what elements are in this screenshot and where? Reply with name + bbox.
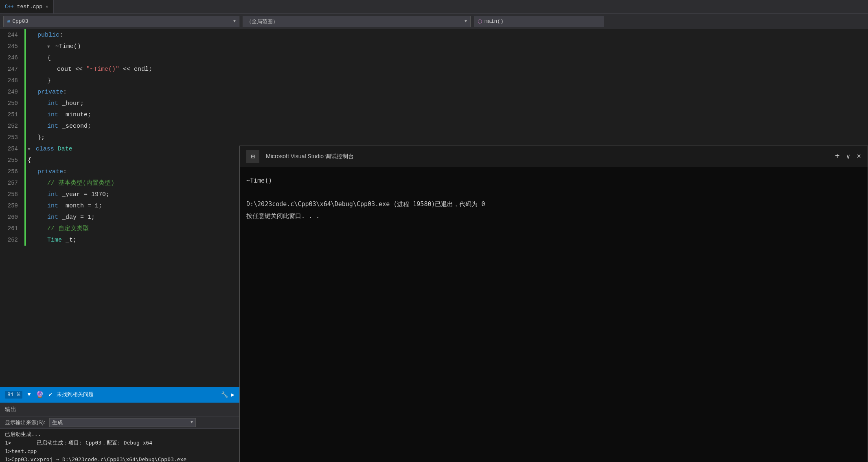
console-app-icon: ⊞ — [246, 150, 259, 163]
output-source-arrow: ▼ — [191, 420, 193, 425]
status-right: 🔧 ▶ — [221, 391, 235, 398]
code-line-261: 261 // 自定义类型 — [0, 223, 239, 234]
line-num-245: 245 — [0, 41, 24, 52]
green-bar-252 — [24, 120, 26, 132]
zoom-level[interactable]: 81 % — [5, 391, 22, 399]
code-line-246: 246 { — [0, 52, 239, 63]
collapse-245[interactable]: ▼ — [47, 44, 50, 49]
output-content: 已启动生成... 1>------- 已启动生成：项目: Cpp03，配置: D… — [0, 429, 239, 462]
code-content-255: { — [28, 155, 31, 166]
output-line-3: 1>test.cpp — [5, 447, 235, 456]
tab-close-button[interactable]: × — [46, 4, 48, 9]
code-content-244: public: — [37, 30, 63, 41]
line-num-244: 244 — [0, 29, 24, 41]
code-line-259: 259 int _month = 1; — [0, 200, 239, 211]
scope-select-value: （全局范围） — [246, 18, 278, 25]
output-title: 输出 — [5, 406, 16, 413]
green-bar-248 — [24, 75, 26, 86]
console-line-4: 按任意键关闭此窗口. . . — [246, 211, 861, 222]
scope-dropdown-arrow: ▼ — [465, 19, 467, 24]
line-num-250: 250 — [0, 98, 24, 109]
console-window: ⊞ Microsoft Visual Studio 调试控制台 + ∨ × ~T… — [239, 146, 868, 462]
green-bar-262 — [24, 234, 26, 246]
green-bar-250 — [24, 98, 26, 109]
chevron-right-icon: ▶ — [231, 391, 235, 398]
output-source-select[interactable]: 生成 ▼ — [49, 418, 196, 427]
code-content-261: // 自定义类型 — [47, 223, 89, 235]
green-bar-245 — [24, 41, 26, 52]
output-header: 输出 — [0, 403, 239, 416]
tab-test-cpp[interactable]: C++ test.cpp × — [0, 0, 54, 13]
console-close-button[interactable]: × — [857, 153, 861, 161]
code-line-252: 252 int _second; — [0, 120, 239, 132]
console-content: ~Time() D:\2023code.c\Cpp03\x64\Debug\Cp… — [240, 167, 868, 231]
intellisense-icon: 🔮 — [36, 390, 44, 399]
line-num-261: 261 — [0, 223, 24, 234]
green-bar-260 — [24, 211, 26, 223]
project-select-value: Cpp03 — [12, 18, 28, 24]
editor-area: 244 public: 245 ▼ ~Time() 246 { 247 — [0, 29, 868, 265]
green-bar-258 — [24, 189, 26, 200]
code-content-256: private: — [37, 166, 67, 178]
code-line-251: 251 int _minute; — [0, 109, 239, 120]
code-line-249: 249 private: — [0, 86, 239, 98]
code-content-253: }; — [37, 132, 45, 144]
line-num-252: 252 — [0, 120, 24, 132]
output-filter-row: 显示输出来源(S): 生成 ▼ — [0, 416, 239, 429]
code-line-247: 247 cout << "~Time()" << endl; — [0, 63, 239, 75]
scope-select[interactable]: （全局范围） ▼ — [243, 16, 471, 27]
line-num-251: 251 — [0, 109, 24, 120]
code-line-254: 254 ▼ class Date — [0, 143, 239, 155]
green-bar-254 — [24, 143, 26, 155]
check-icon: ✔ — [49, 391, 52, 398]
code-line-256: 256 private: — [0, 166, 239, 177]
green-bar-244 — [24, 29, 26, 41]
console-line-3: D:\2023code.c\Cpp03\x64\Debug\Cpp03.exe … — [246, 199, 861, 210]
green-bar-255 — [24, 155, 26, 166]
line-num-254: 254 — [0, 143, 24, 155]
line-num-260: 260 — [0, 211, 24, 223]
green-bar-261 — [24, 223, 26, 234]
code-content-246: { — [47, 52, 51, 64]
dropdown-status-icon: ▼ — [27, 391, 31, 398]
code-content-250: int _hour; — [47, 98, 84, 109]
status-bar: 81 % ▼ 🔮 ✔ 未找到相关问题 🔧 ▶ — [0, 387, 239, 402]
green-bar-247 — [24, 63, 26, 75]
func-icon: ⬡ — [478, 18, 482, 25]
func-select-value: main() — [484, 18, 504, 24]
line-num-249: 249 — [0, 86, 24, 98]
line-num-258: 258 — [0, 189, 24, 200]
code-content-258: int _year = 1970; — [47, 189, 110, 200]
console-titlebar: ⊞ Microsoft Visual Studio 调试控制台 + ∨ × — [240, 146, 868, 167]
output-line-4: 1>Cpp03.vcxproj → D:\2023code.c\Cpp03\x6… — [5, 455, 235, 462]
code-panel[interactable]: 244 public: 245 ▼ ~Time() 246 { 247 — [0, 29, 239, 265]
code-content-247: cout << "~Time()" << endl; — [57, 64, 152, 75]
line-num-248: 248 — [0, 75, 24, 86]
console-chevron-button[interactable]: ∨ — [846, 153, 850, 161]
green-bar-246 — [24, 52, 26, 63]
line-num-256: 256 — [0, 166, 24, 177]
project-dropdown-arrow: ▼ — [233, 19, 236, 24]
green-bar-253 — [24, 132, 26, 143]
console-new-tab-button[interactable]: + — [835, 152, 840, 161]
output-filter-label: 显示输出来源(S): — [5, 419, 45, 426]
collapse-254[interactable]: ▼ — [28, 147, 31, 152]
func-select[interactable]: ⬡ main() — [474, 16, 604, 27]
project-select[interactable]: ⊞ Cpp03 ▼ — [3, 16, 239, 27]
output-source-value: 生成 — [52, 419, 63, 426]
code-line-257: 257 // 基本类型(内置类型) — [0, 177, 239, 189]
project-icon: ⊞ — [7, 18, 10, 24]
cpp-icon: C++ — [5, 4, 14, 10]
console-tab-controls: + ∨ × — [835, 152, 861, 161]
code-line-255: 255 { — [0, 155, 239, 166]
tab-bar: C++ test.cpp × — [0, 0, 868, 14]
line-num-247: 247 — [0, 63, 24, 75]
console-title: Microsoft Visual Studio 调试控制台 — [266, 153, 829, 160]
console-line-2 — [246, 187, 861, 198]
tools-icon: 🔧 — [221, 391, 228, 398]
line-num-253: 253 — [0, 132, 24, 143]
code-content-257: // 基本类型(内置类型) — [47, 178, 114, 189]
green-bar-249 — [24, 86, 26, 98]
code-content-262: Time _t; — [47, 235, 77, 246]
code-line-260: 260 int _day = 1; — [0, 211, 239, 223]
